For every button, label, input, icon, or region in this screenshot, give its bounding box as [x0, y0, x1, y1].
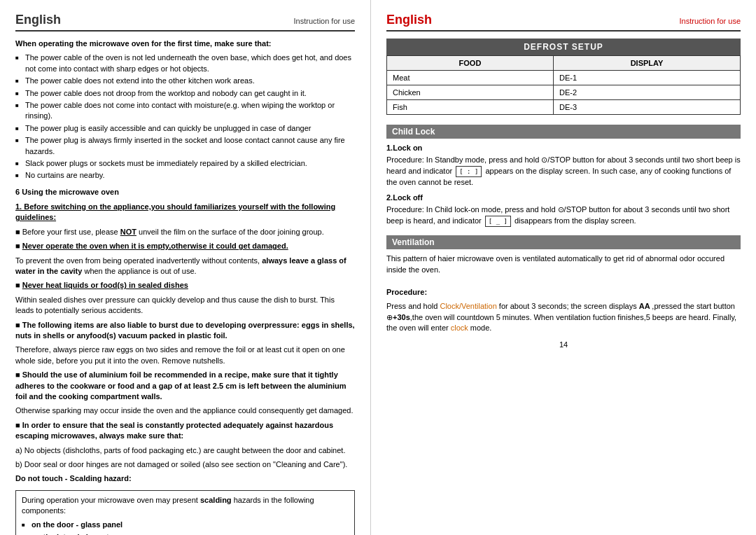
guideline-section: 1. Before switching on the appliance,you…: [15, 202, 355, 485]
bullet-list: The power cable of the oven is not led u…: [15, 53, 355, 181]
list-item: The power cable does not droop from the …: [15, 88, 355, 99]
page-container: English Instruction for use When operati…: [0, 0, 756, 535]
section-6: 6 Using the microwave oven: [15, 187, 355, 197]
food-cell: Meat: [387, 71, 554, 85]
ventilation-section: This pattern of haier microwave oven is …: [386, 253, 741, 333]
never-heat-text: Within sealed dishes over pressure can q…: [15, 295, 355, 317]
table-row: Meat DE-1: [387, 71, 741, 85]
right-subtitle: Instruction for use: [680, 17, 741, 25]
list-item: The power plug is easily accessible and …: [15, 123, 355, 134]
never-operate-text: To prevent the oven from being operated …: [15, 256, 355, 277]
right-title: English: [386, 13, 432, 27]
lock-on-title: 1.Lock on: [386, 143, 741, 153]
overpressure-text: Therefore, always pierce raw eggs on two…: [15, 345, 355, 366]
list-item: The power cable does not come into conta…: [15, 100, 355, 122]
table-row: Chicken DE-2: [387, 85, 741, 100]
defrost-caption: DEFROST SETUP: [386, 39, 741, 55]
right-panel: English Instruction for use DEFROST SETU…: [371, 0, 756, 535]
lock-on-indicator: [ : ]: [456, 166, 482, 178]
food-cell: Chicken: [387, 85, 554, 100]
scalding-list: on the door - glass panel on the lateral…: [22, 520, 349, 535]
list-item: No curtains are nearby.: [15, 170, 355, 181]
scalding-box-text: During operation your microwave oven may…: [22, 495, 349, 517]
defrost-table: DEFROST SETUP FOOD DISPLAY Meat DE-1 Chi…: [386, 39, 741, 115]
overpressure-title: ■ The following items are also liable to…: [15, 320, 355, 342]
lock-off-title: 2.Lock off: [386, 193, 741, 203]
never-heat-title: ■ Never heat liquids or food(s) in seale…: [15, 280, 355, 291]
table-row: Fish DE-3: [387, 100, 741, 115]
lock-off-text: Procedure: In Child lock-on mode, press …: [386, 204, 741, 227]
list-item: The power plug is always firmly inserted…: [15, 135, 355, 157]
list-item: Slack power plugs or sockets must be imm…: [15, 158, 355, 169]
guideline-para1: ■ Before your first use, please NOT unve…: [15, 227, 355, 237]
left-panel: English Instruction for use When operati…: [0, 0, 371, 535]
left-header: English Instruction for use: [15, 13, 355, 32]
guideline-title: 1. Before switching on the appliance,you…: [15, 202, 355, 223]
right-page-number: 14: [386, 340, 741, 349]
food-cell: Fish: [387, 100, 554, 115]
display-cell: DE-2: [553, 85, 740, 100]
list-item: on the lateral air vents: [22, 532, 349, 535]
list-item: The power cable does not extend into the…: [15, 76, 355, 86]
ventilation-para1: This pattern of haier microwave oven is …: [386, 253, 741, 275]
seal-title: ■ In order to ensure that the seal is co…: [15, 420, 355, 442]
seal-b: b) Door seal or door hinges are not dama…: [15, 459, 355, 470]
first-warning-section: When operating the microwave oven for th…: [15, 39, 355, 181]
list-item: on the door - glass panel: [22, 520, 349, 530]
lock-off-indicator: [ _ ]: [485, 216, 511, 228]
lock-on-item: 1.Lock on Procedure: In Standby mode, pr…: [386, 143, 741, 188]
lock-off-item: 2.Lock off Procedure: In Child lock-on m…: [386, 193, 741, 227]
defrost-col-food: FOOD: [387, 56, 554, 71]
scalding-box: During operation your microwave oven may…: [15, 490, 355, 535]
child-lock-section: 1.Lock on Procedure: In Standby mode, pr…: [386, 143, 741, 227]
right-header: English Instruction for use: [386, 13, 741, 32]
left-subtitle: Instruction for use: [294, 17, 355, 25]
lock-on-text: Procedure: In Standby mode, press and ho…: [386, 155, 741, 188]
ventilation-label: Ventilation: [386, 235, 741, 249]
procedure-text: Press and hold Clock/Ventilation for abo…: [386, 301, 741, 333]
left-title: English: [15, 13, 61, 27]
list-item: The power cable of the oven is not led u…: [15, 53, 355, 74]
section-6-title: 6 Using the microwave oven: [15, 187, 355, 197]
aluminium-title: ■ Should the use of aluminium foil be re…: [15, 370, 355, 402]
aluminium-text: Otherwise sparking may occur inside the …: [15, 405, 355, 416]
never-operate-title: ■ Never operate the oven when it is empt…: [15, 241, 355, 251]
seal-a: a) No objects (dishcloths, parts of food…: [15, 445, 355, 456]
defrost-col-display: DISPLAY: [553, 56, 740, 71]
first-warning-title: When operating the microwave oven for th…: [15, 39, 355, 49]
display-cell: DE-1: [553, 71, 740, 85]
display-cell: DE-3: [553, 100, 740, 115]
child-lock-label: Child Lock: [386, 125, 741, 139]
procedure-label: Procedure:: [386, 287, 741, 298]
scalding-title: Do not touch - Scalding hazard:: [15, 473, 355, 484]
